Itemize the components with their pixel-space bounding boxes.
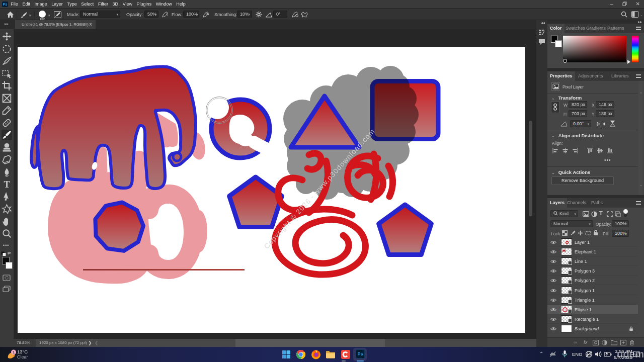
svg-text:T: T (4, 179, 10, 190)
svg-text:1: 1 (13, 350, 15, 354)
